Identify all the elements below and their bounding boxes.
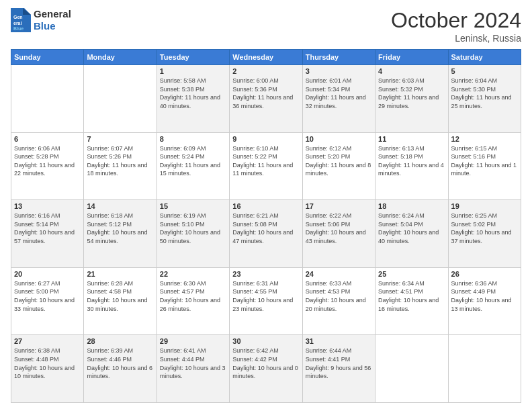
table-row: 29Sunrise: 6:41 AM Sunset: 4:44 PM Dayli… bbox=[157, 335, 229, 403]
day-number: 4 bbox=[378, 67, 445, 75]
table-row: 20Sunrise: 6:27 AM Sunset: 5:00 PM Dayli… bbox=[11, 267, 84, 335]
table-row: 23Sunrise: 6:31 AM Sunset: 4:55 PM Dayli… bbox=[230, 267, 302, 335]
table-row: 12Sunrise: 6:15 AM Sunset: 5:16 PM Dayli… bbox=[448, 132, 521, 200]
day-info: Sunrise: 6:38 AM Sunset: 4:48 PM Dayligh… bbox=[14, 347, 81, 380]
table-row: 13Sunrise: 6:16 AM Sunset: 5:14 PM Dayli… bbox=[11, 200, 84, 268]
day-number: 14 bbox=[87, 202, 153, 210]
col-saturday: Saturday bbox=[448, 50, 521, 65]
day-info: Sunrise: 6:28 AM Sunset: 4:58 PM Dayligh… bbox=[87, 279, 153, 313]
table-row: 14Sunrise: 6:18 AM Sunset: 5:12 PM Dayli… bbox=[84, 200, 157, 268]
table-row: 19Sunrise: 6:25 AM Sunset: 5:02 PM Dayli… bbox=[448, 200, 521, 268]
table-row: 22Sunrise: 6:30 AM Sunset: 4:57 PM Dayli… bbox=[157, 267, 229, 335]
day-info: Sunrise: 6:13 AM Sunset: 5:18 PM Dayligh… bbox=[378, 144, 445, 178]
col-thursday: Thursday bbox=[302, 50, 375, 65]
table-row: 25Sunrise: 6:34 AM Sunset: 4:51 PM Dayli… bbox=[375, 267, 448, 335]
day-number: 24 bbox=[306, 270, 372, 278]
table-row: 26Sunrise: 6:36 AM Sunset: 4:49 PM Dayli… bbox=[448, 267, 521, 335]
day-info: Sunrise: 5:58 AM Sunset: 5:38 PM Dayligh… bbox=[160, 77, 226, 110]
day-info: Sunrise: 6:03 AM Sunset: 5:32 PM Dayligh… bbox=[378, 77, 445, 110]
day-number: 8 bbox=[160, 135, 226, 143]
day-number: 7 bbox=[87, 135, 153, 143]
table-row: 4Sunrise: 6:03 AM Sunset: 5:32 PM Daylig… bbox=[375, 65, 448, 133]
calendar-header-row: Sunday Monday Tuesday Wednesday Thursday… bbox=[11, 50, 521, 65]
day-number: 15 bbox=[160, 202, 226, 210]
calendar-week-row: 1Sunrise: 5:58 AM Sunset: 5:38 PM Daylig… bbox=[11, 65, 521, 133]
day-number: 1 bbox=[160, 67, 226, 75]
day-number: 29 bbox=[160, 337, 226, 345]
table-row: 3Sunrise: 6:01 AM Sunset: 5:34 PM Daylig… bbox=[302, 65, 375, 133]
calendar-week-row: 27Sunrise: 6:38 AM Sunset: 4:48 PM Dayli… bbox=[11, 335, 521, 403]
day-info: Sunrise: 6:06 AM Sunset: 5:28 PM Dayligh… bbox=[14, 144, 81, 178]
day-number: 3 bbox=[306, 67, 372, 75]
day-info: Sunrise: 6:41 AM Sunset: 4:44 PM Dayligh… bbox=[160, 347, 226, 380]
day-info: Sunrise: 6:33 AM Sunset: 4:53 PM Dayligh… bbox=[306, 279, 372, 313]
day-info: Sunrise: 6:09 AM Sunset: 5:24 PM Dayligh… bbox=[160, 144, 226, 178]
day-info: Sunrise: 6:04 AM Sunset: 5:30 PM Dayligh… bbox=[451, 77, 518, 110]
logo-text: General Blue bbox=[34, 8, 71, 32]
day-number: 2 bbox=[232, 67, 299, 75]
day-info: Sunrise: 6:01 AM Sunset: 5:34 PM Dayligh… bbox=[306, 77, 372, 110]
svg-text:Gen: Gen bbox=[13, 15, 23, 19]
table-row: 9Sunrise: 6:10 AM Sunset: 5:22 PM Daylig… bbox=[230, 132, 302, 200]
table-row: 2Sunrise: 6:00 AM Sunset: 5:36 PM Daylig… bbox=[230, 65, 302, 133]
day-number: 13 bbox=[14, 202, 81, 210]
day-number: 26 bbox=[451, 270, 518, 278]
day-info: Sunrise: 6:18 AM Sunset: 5:12 PM Dayligh… bbox=[87, 212, 153, 245]
day-info: Sunrise: 6:42 AM Sunset: 4:42 PM Dayligh… bbox=[232, 347, 299, 380]
title-block: October 2024 Leninsk, Russia bbox=[391, 8, 521, 44]
day-info: Sunrise: 6:21 AM Sunset: 5:08 PM Dayligh… bbox=[232, 212, 299, 245]
logo-icon: Gen eral Blue bbox=[11, 8, 31, 32]
table-row: 16Sunrise: 6:21 AM Sunset: 5:08 PM Dayli… bbox=[230, 200, 302, 268]
day-number: 31 bbox=[306, 337, 372, 345]
day-number: 28 bbox=[87, 337, 153, 345]
table-row: 24Sunrise: 6:33 AM Sunset: 4:53 PM Dayli… bbox=[302, 267, 375, 335]
day-number: 18 bbox=[378, 202, 445, 210]
day-number: 5 bbox=[451, 67, 518, 75]
table-row: 30Sunrise: 6:42 AM Sunset: 4:42 PM Dayli… bbox=[230, 335, 302, 403]
day-info: Sunrise: 6:39 AM Sunset: 4:46 PM Dayligh… bbox=[87, 347, 153, 380]
day-number: 11 bbox=[378, 135, 445, 143]
table-row: 27Sunrise: 6:38 AM Sunset: 4:48 PM Dayli… bbox=[11, 335, 84, 403]
col-monday: Monday bbox=[84, 50, 157, 65]
logo: Gen eral Blue General Blue bbox=[11, 8, 71, 32]
day-info: Sunrise: 6:16 AM Sunset: 5:14 PM Dayligh… bbox=[14, 212, 81, 245]
table-row: 6Sunrise: 6:06 AM Sunset: 5:28 PM Daylig… bbox=[11, 132, 84, 200]
day-info: Sunrise: 6:27 AM Sunset: 5:00 PM Dayligh… bbox=[14, 279, 81, 313]
day-number: 17 bbox=[306, 202, 372, 210]
day-number: 20 bbox=[14, 270, 81, 278]
table-row: 10Sunrise: 6:12 AM Sunset: 5:20 PM Dayli… bbox=[302, 132, 375, 200]
day-info: Sunrise: 6:30 AM Sunset: 4:57 PM Dayligh… bbox=[160, 279, 226, 313]
day-info: Sunrise: 6:19 AM Sunset: 5:10 PM Dayligh… bbox=[160, 212, 226, 245]
svg-text:eral: eral bbox=[13, 21, 22, 26]
col-tuesday: Tuesday bbox=[157, 50, 229, 65]
day-number: 25 bbox=[378, 270, 445, 278]
day-number: 16 bbox=[232, 202, 299, 210]
calendar-table: Sunday Monday Tuesday Wednesday Thursday… bbox=[11, 49, 521, 403]
day-number: 6 bbox=[14, 135, 81, 143]
svg-text:Blue: Blue bbox=[13, 26, 24, 31]
calendar-week-row: 6Sunrise: 6:06 AM Sunset: 5:28 PM Daylig… bbox=[11, 132, 521, 200]
table-row: 15Sunrise: 6:19 AM Sunset: 5:10 PM Dayli… bbox=[157, 200, 229, 268]
day-number: 10 bbox=[306, 135, 372, 143]
day-info: Sunrise: 6:31 AM Sunset: 4:55 PM Dayligh… bbox=[232, 279, 299, 313]
day-number: 21 bbox=[87, 270, 153, 278]
table-row: 1Sunrise: 5:58 AM Sunset: 5:38 PM Daylig… bbox=[157, 65, 229, 133]
day-info: Sunrise: 6:07 AM Sunset: 5:26 PM Dayligh… bbox=[87, 144, 153, 178]
day-number: 22 bbox=[160, 270, 226, 278]
day-info: Sunrise: 6:36 AM Sunset: 4:49 PM Dayligh… bbox=[451, 279, 518, 313]
table-row: 17Sunrise: 6:22 AM Sunset: 5:06 PM Dayli… bbox=[302, 200, 375, 268]
day-info: Sunrise: 6:15 AM Sunset: 5:16 PM Dayligh… bbox=[451, 144, 518, 178]
table-row: 31Sunrise: 6:44 AM Sunset: 4:41 PM Dayli… bbox=[302, 335, 375, 403]
table-row bbox=[11, 65, 84, 133]
col-sunday: Sunday bbox=[11, 50, 84, 65]
page: Gen eral Blue General Blue October 2024 … bbox=[0, 0, 532, 411]
day-info: Sunrise: 6:25 AM Sunset: 5:02 PM Dayligh… bbox=[451, 212, 518, 245]
table-row: 7Sunrise: 6:07 AM Sunset: 5:26 PM Daylig… bbox=[84, 132, 157, 200]
day-number: 19 bbox=[451, 202, 518, 210]
table-row bbox=[375, 335, 448, 403]
day-number: 30 bbox=[232, 337, 299, 345]
header: Gen eral Blue General Blue October 2024 … bbox=[11, 8, 521, 44]
day-info: Sunrise: 6:22 AM Sunset: 5:06 PM Dayligh… bbox=[306, 212, 372, 245]
calendar-week-row: 13Sunrise: 6:16 AM Sunset: 5:14 PM Dayli… bbox=[11, 200, 521, 268]
table-row bbox=[84, 65, 157, 133]
